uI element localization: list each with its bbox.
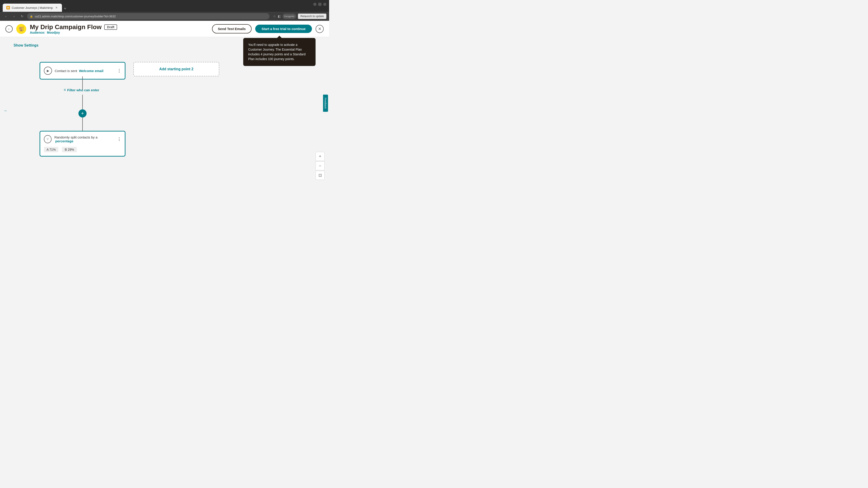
audience-name: Moodjoy [47, 31, 60, 34]
tab-title: Customer Journeys | Mailchimp [12, 6, 53, 9]
audience-label: Audience: Moodjoy [30, 31, 209, 34]
draft-badge: Draft [104, 24, 117, 30]
split-a-badge: A 71% [44, 147, 58, 152]
show-settings-button[interactable]: Show Settings [13, 43, 38, 47]
app-header: ← 🐒 My Drip Campaign Flow Draft Audience… [0, 21, 329, 37]
split-node: ⑂ Randomly split contacts by a percentag… [39, 131, 125, 157]
header-actions: Send Test Emails Start a free trial to c… [212, 24, 324, 33]
back-button[interactable]: ← [5, 25, 13, 33]
split-menu-button[interactable]: ⋮ [117, 137, 121, 142]
forward-nav-button[interactable]: › [11, 13, 17, 20]
tooltip-arrow [277, 36, 282, 38]
upgrade-tooltip: You'll need to upgrade to activate a Cus… [243, 38, 315, 66]
new-tab-button[interactable]: + [62, 5, 68, 12]
extensions-icon[interactable]: ◧ [278, 14, 281, 18]
node-menu-button[interactable]: ⋮ [117, 68, 121, 73]
zoom-out-button[interactable]: − [315, 161, 324, 170]
close-window-button[interactable] [323, 3, 327, 6]
tab-favicon: M [6, 6, 10, 9]
maximize-button[interactable] [318, 3, 321, 6]
window-controls [313, 3, 327, 6]
url-text: us21.admin.mailchimp.com/customer-journe… [35, 15, 116, 18]
trigger-highlight[interactable]: Welcome email [79, 69, 103, 73]
reload-button[interactable]: ↻ [19, 13, 25, 20]
split-b-badge: B 29% [62, 147, 76, 152]
send-test-emails-button[interactable]: Send Test Emails [212, 24, 252, 33]
start-trial-button[interactable]: Start a free trial to continue [255, 25, 312, 33]
ssl-lock-icon: 🔒 [30, 15, 33, 18]
bookmark-icon[interactable]: ☆ [273, 14, 276, 18]
fit-view-button[interactable]: ⊡ [315, 171, 324, 180]
campaign-name-area: My Drip Campaign Flow Draft [30, 24, 209, 31]
feedback-tab[interactable]: Feedback [323, 95, 328, 112]
add-step-button[interactable]: + [79, 109, 87, 118]
mailchimp-logo: 🐒 [16, 24, 26, 34]
add-starting-point-label: Add starting point 2 [159, 67, 193, 71]
address-bar[interactable]: 🔒 us21.admin.mailchimp.com/customer-jour… [27, 13, 270, 20]
feedback-label: Feedback [324, 98, 327, 109]
filter-label: Filter who can enter [67, 88, 99, 92]
connector-line-3 [82, 118, 83, 131]
campaign-name-text: My Drip Campaign Flow [30, 24, 101, 31]
split-text: Randomly split contacts by a percentage [54, 135, 114, 143]
browser-action-buttons: ☆ ◧ Incognito Relaunch to update [273, 13, 327, 19]
relaunch-button[interactable]: Relaunch to update [298, 13, 327, 19]
expand-panel-icon[interactable]: → [3, 108, 7, 113]
app-container: ← 🐒 My Drip Campaign Flow Draft Audience… [0, 21, 329, 184]
minimize-button[interactable] [313, 3, 316, 6]
close-icon: ✕ [318, 26, 321, 31]
browser-title-bar: M Customer Journeys | Mailchimp ✕ + [0, 0, 329, 12]
plus-icon: + [81, 110, 84, 116]
trigger-icon: ▶ [44, 67, 52, 75]
tooltip-text: You'll need to upgrade to activate a Cus… [248, 43, 306, 61]
add-starting-point-2-button[interactable]: Add starting point 2 [133, 62, 219, 76]
split-icon: ⑂ [44, 135, 52, 143]
address-bar-row: ‹ › ↻ 🔒 us21.admin.mailchimp.com/custome… [0, 12, 329, 21]
back-arrow-icon: ← [7, 27, 11, 31]
header-title-area: My Drip Campaign Flow Draft Audience: Mo… [30, 24, 209, 34]
filter-icon: ≡ [64, 88, 66, 92]
split-header: ⑂ Randomly split contacts by a percentag… [40, 131, 125, 147]
zoom-controls: + − ⊡ [315, 152, 324, 180]
active-tab[interactable]: M Customer Journeys | Mailchimp ✕ [3, 4, 62, 12]
close-modal-button[interactable]: ✕ [315, 25, 324, 33]
zoom-in-button[interactable]: + [315, 152, 324, 161]
profile-button[interactable]: Incognito [283, 13, 296, 19]
split-highlight[interactable]: percentage [55, 139, 73, 143]
browser-tabs: M Customer Journeys | Mailchimp ✕ + [3, 0, 68, 12]
tab-close-button[interactable]: ✕ [55, 6, 58, 9]
split-body: A 71% B 29% [40, 147, 125, 156]
filter-who-can-enter-link[interactable]: ≡ Filter who can enter [64, 88, 99, 92]
node-trigger-text: Contact is sent Welcome email [55, 69, 103, 73]
back-nav-button[interactable]: ‹ [3, 13, 9, 20]
